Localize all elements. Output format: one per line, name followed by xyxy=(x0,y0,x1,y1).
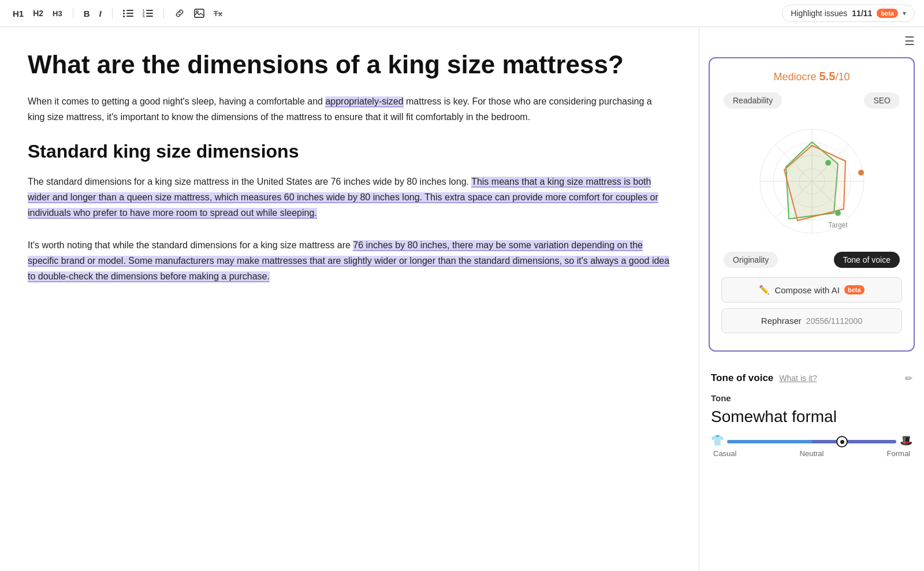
tone-section: Tone of voice What is it? ✏ Tone Somewha… xyxy=(699,361,924,472)
highlight-beta-badge: beta xyxy=(877,9,898,18)
svg-rect-7 xyxy=(146,10,153,11)
highlighted-text-2: This means that a king size mattress is … xyxy=(28,177,658,219)
slider-thumb[interactable] xyxy=(836,436,848,447)
tone-value: Somewhat formal xyxy=(711,408,912,426)
compose-with-ai-button[interactable]: ✏️ Compose with AI beta xyxy=(721,277,902,303)
editor-area[interactable]: What are the dimensions of a king size m… xyxy=(0,27,699,571)
rephraser-label: Rephraser xyxy=(761,316,802,326)
highlighted-text-3: 76 inches by 80 inches, there may be som… xyxy=(28,240,669,282)
radar-chart: Target xyxy=(748,118,875,245)
highlight-issues-button[interactable]: Highlight issues 11/11 beta ▾ xyxy=(782,5,915,22)
paragraph-2[interactable]: The standard dimensions for a king size … xyxy=(28,174,671,221)
section-heading-1[interactable]: Standard king size dimensions xyxy=(28,141,671,162)
category-labels: Readability SEO xyxy=(721,92,902,109)
svg-rect-9 xyxy=(146,13,153,14)
svg-rect-4 xyxy=(123,16,125,17)
casual-icon: 👕 xyxy=(711,434,724,447)
svg-rect-1 xyxy=(126,10,133,11)
svg-text:Target: Target xyxy=(828,221,848,229)
svg-rect-11 xyxy=(146,16,153,17)
tone-header: Tone of voice What is it? ✏ xyxy=(711,372,912,384)
svg-rect-3 xyxy=(126,13,133,14)
clear-format-button[interactable]: Tx xyxy=(210,7,226,20)
highlight-count: 11/11 xyxy=(852,9,872,18)
bullet-list-button[interactable] xyxy=(120,6,137,20)
right-panel: ☰ Mediocre 5.5/10 Readability SEO xyxy=(699,27,924,571)
quality-label: Mediocre xyxy=(774,71,817,83)
slider-thumb-dot xyxy=(840,440,844,444)
highlighted-text-1: appropriately-sized xyxy=(325,96,403,107)
compose-label: Compose with AI xyxy=(774,285,840,295)
svg-rect-12 xyxy=(195,9,204,17)
image-button[interactable] xyxy=(191,6,208,20)
rephraser-count: 20556/1112000 xyxy=(806,316,862,326)
svg-point-25 xyxy=(858,170,864,176)
svg-rect-2 xyxy=(123,13,125,14)
list-group: 1. 2. 3. xyxy=(120,6,157,20)
numbered-list-button[interactable]: 1. 2. 3. xyxy=(139,6,157,20)
casual-label: Casual xyxy=(713,449,736,458)
paragraph-3[interactable]: It's worth noting that while the standar… xyxy=(28,237,671,285)
main-layout: What are the dimensions of a king size m… xyxy=(0,27,924,571)
link-button[interactable] xyxy=(171,6,188,20)
bold-button[interactable]: B xyxy=(80,6,94,21)
slider-labels: Casual Neutral Formal xyxy=(711,449,912,458)
compose-beta-badge: beta xyxy=(844,285,865,294)
score-denom: /10 xyxy=(835,71,850,83)
svg-rect-0 xyxy=(123,10,125,12)
svg-point-24 xyxy=(825,160,831,166)
tone-slider-container: 👕 🎩 xyxy=(711,440,912,443)
h1-button[interactable]: H1 xyxy=(9,6,27,21)
format-group: B I xyxy=(80,6,105,21)
svg-point-26 xyxy=(835,210,841,216)
formal-icon: 🎩 xyxy=(900,434,912,447)
toolbar-separator-3 xyxy=(163,8,164,19)
italic-button[interactable]: I xyxy=(96,6,105,21)
rephraser-button[interactable]: Rephraser 20556/1112000 xyxy=(721,308,902,333)
highlight-label: Highlight issues xyxy=(791,9,847,18)
slider-track-wrapper[interactable] xyxy=(727,440,896,443)
readability-tab[interactable]: Readability xyxy=(724,92,782,109)
svg-rect-5 xyxy=(126,16,133,17)
category-labels-bottom: Originality Tone of voice xyxy=(721,252,902,268)
toolbar-separator-2 xyxy=(112,8,113,19)
editor-toolbar: H1 H2 H3 B I 1. 2. 3. xyxy=(0,0,924,27)
h3-button[interactable]: H3 xyxy=(49,7,66,20)
tone-edit-button[interactable]: ✏ xyxy=(905,373,912,384)
insert-group: Tx xyxy=(171,6,226,20)
tone-of-voice-tab[interactable]: Tone of voice xyxy=(834,252,900,268)
neutral-label: Neutral xyxy=(800,449,824,458)
compose-icon: ✏️ xyxy=(759,285,770,295)
svg-text:3.: 3. xyxy=(143,14,146,18)
originality-tab[interactable]: Originality xyxy=(724,252,778,268)
article-title[interactable]: What are the dimensions of a king size m… xyxy=(28,50,671,80)
score-card: Mediocre 5.5/10 Readability SEO xyxy=(709,57,915,352)
h2-button[interactable]: H2 xyxy=(29,6,47,20)
seo-tab[interactable]: SEO xyxy=(864,92,900,109)
chevron-down-icon: ▾ xyxy=(903,9,906,17)
slider-track xyxy=(727,440,896,443)
tone-label: Tone xyxy=(711,393,912,403)
menu-button[interactable]: ☰ xyxy=(904,34,915,48)
score-title: Mediocre 5.5/10 xyxy=(721,70,902,83)
paragraph-1[interactable]: When it comes to getting a good night's … xyxy=(28,94,671,125)
score-number: 5.5 xyxy=(819,70,836,83)
heading-group: H1 H2 H3 xyxy=(9,6,66,21)
formal-label: Formal xyxy=(887,449,910,458)
toolbar-separator-1 xyxy=(73,8,73,19)
tone-section-title: Tone of voice xyxy=(711,372,773,384)
tone-what-link[interactable]: What is it? xyxy=(779,374,817,383)
